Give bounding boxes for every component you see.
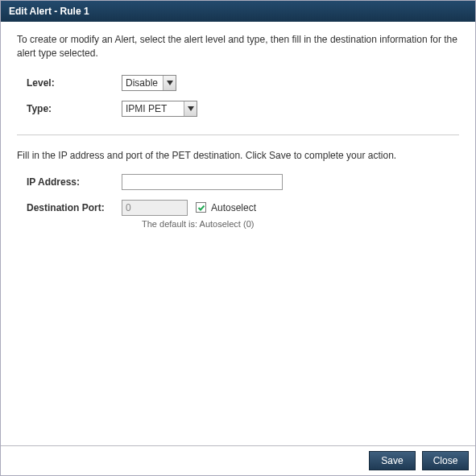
- autoselect-label: Autoselect: [211, 202, 256, 213]
- dialog-footer: Save Close: [1, 445, 475, 475]
- close-button[interactable]: Close: [422, 451, 469, 470]
- titlebar: Edit Alert - Rule 1: [1, 1, 475, 22]
- select-level-value: Disable: [122, 77, 163, 89]
- label-port: Destination Port:: [17, 202, 122, 213]
- chevron-down-icon: [163, 76, 176, 90]
- select-level[interactable]: Disable: [122, 75, 176, 91]
- autoselect-checkbox[interactable]: [196, 202, 206, 213]
- dialog-body: To create or modify an Alert, select the…: [1, 22, 475, 445]
- svg-marker-1: [188, 106, 194, 111]
- pet-instructions: Fill in the IP address and port of the P…: [17, 150, 459, 161]
- row-ip: IP Address:: [17, 174, 459, 190]
- label-type: Type:: [17, 103, 122, 114]
- select-type[interactable]: IPMI PET: [122, 101, 197, 117]
- ip-address-input[interactable]: [122, 174, 283, 190]
- instructions-text: To create or modify an Alert, select the…: [17, 33, 459, 60]
- dialog-window: Edit Alert - Rule 1 To create or modify …: [0, 0, 476, 476]
- label-level: Level:: [17, 77, 122, 89]
- port-hint: The default is: Autoselect (0): [142, 219, 459, 229]
- svg-marker-0: [167, 81, 173, 85]
- row-level: Level: Disable: [17, 75, 459, 91]
- autoselect-checkbox-wrap[interactable]: Autoselect: [196, 202, 256, 213]
- destination-port-input[interactable]: [122, 200, 188, 216]
- check-icon: [197, 204, 205, 212]
- row-type: Type: IPMI PET: [17, 101, 459, 117]
- select-type-value: IPMI PET: [122, 103, 184, 114]
- section-divider: [17, 135, 459, 135]
- row-port: Destination Port: Autoselect: [17, 200, 459, 216]
- label-ip: IP Address:: [17, 176, 122, 188]
- save-button[interactable]: Save: [369, 451, 416, 470]
- chevron-down-icon: [184, 101, 197, 116]
